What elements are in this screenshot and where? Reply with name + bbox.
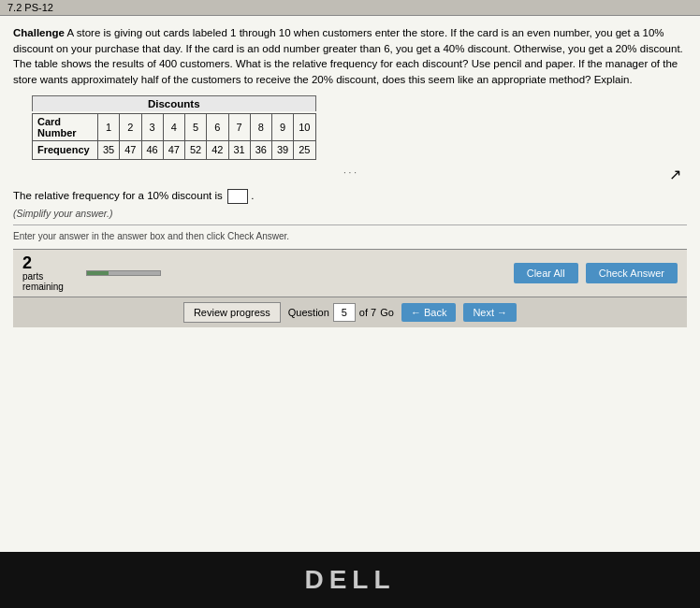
answer-input-box[interactable] (227, 189, 248, 204)
period: . (251, 190, 254, 201)
frequency-question: The relative frequency for a 10% discoun… (13, 189, 687, 204)
clear-all-button[interactable]: Clear All (514, 263, 578, 283)
freq-8: 36 (250, 140, 271, 159)
parts-number: 2 (22, 254, 79, 271)
go-label: Go (380, 307, 394, 318)
section-label: 7.2 PS-12 (7, 2, 53, 13)
of-label: of 7 (359, 307, 376, 318)
frequency-label: Frequency (33, 140, 98, 159)
parts-label: parts (22, 271, 79, 282)
col-4: 4 (163, 113, 184, 140)
freq-9: 39 (272, 140, 294, 159)
check-answer-button[interactable]: Check Answer (586, 263, 678, 283)
col-7: 7 (228, 113, 250, 140)
table-header-row: CardNumber 1 2 3 4 5 6 7 8 9 10 (33, 113, 316, 140)
dell-text: DELL (304, 565, 395, 594)
freq-6: 42 (207, 140, 228, 159)
freq-question-text: The relative frequency for a 10% discoun… (13, 190, 223, 201)
col-5: 5 (185, 113, 207, 140)
bottom-bar: 2 parts remaining Clear All Check Answer (13, 249, 687, 297)
col-2: 2 (120, 113, 141, 140)
enter-instruction: Enter your answer in the answer box and … (13, 231, 687, 241)
freq-5: 52 (185, 140, 207, 159)
content-area: Challenge A store is giving out cards la… (0, 16, 700, 552)
question-number-input[interactable] (333, 303, 356, 322)
col-1: 1 (98, 113, 120, 140)
progress-fill (87, 271, 109, 275)
divider (13, 224, 687, 225)
section-header: 7.2 PS-12 (0, 0, 700, 16)
next-button[interactable]: Next → (463, 303, 517, 322)
ellipsis: · · · (13, 167, 687, 178)
problem-text: Challenge A store is giving out cards la… (13, 25, 687, 88)
table-container: Discounts CardNumber 1 2 3 4 5 6 7 8 9 1… (32, 95, 687, 160)
col-6: 6 (207, 113, 228, 140)
col-3: 3 (141, 113, 163, 140)
card-number-label: CardNumber (33, 113, 98, 140)
freq-2: 47 (120, 140, 141, 159)
col-10: 10 (294, 113, 315, 140)
parts-remaining: 2 parts remaining (22, 254, 79, 292)
question-nav: Question of 7 Go (288, 303, 394, 322)
discounts-table: Discounts CardNumber 1 2 3 4 5 6 7 8 9 1… (32, 95, 316, 160)
table-title: Discounts (32, 95, 316, 111)
challenge-label: Challenge (13, 27, 65, 38)
cursor-arrow: ↗ (669, 166, 681, 183)
freq-4: 47 (163, 140, 184, 159)
frequency-row: Frequency 35 47 46 47 52 42 31 36 39 25 (33, 140, 316, 159)
col-9: 9 (272, 113, 294, 140)
back-button[interactable]: ← Back (401, 303, 457, 322)
problem-body: A store is giving out cards labeled 1 th… (13, 27, 683, 85)
simplify-note: (Simplify your answer.) (13, 208, 687, 219)
freq-10: 25 (294, 140, 315, 159)
dell-logo: DELL (304, 565, 395, 595)
freq-3: 46 (141, 140, 163, 159)
remaining-label: remaining (22, 282, 79, 292)
question-label: Question (288, 307, 329, 318)
progress-bar (86, 270, 161, 276)
nav-bar: Review progress Question of 7 Go ← Back … (13, 297, 687, 327)
freq-1: 35 (98, 140, 120, 159)
review-progress-button[interactable]: Review progress (183, 302, 281, 323)
freq-7: 31 (228, 140, 250, 159)
col-8: 8 (250, 113, 271, 140)
dell-bar: DELL (0, 552, 700, 608)
